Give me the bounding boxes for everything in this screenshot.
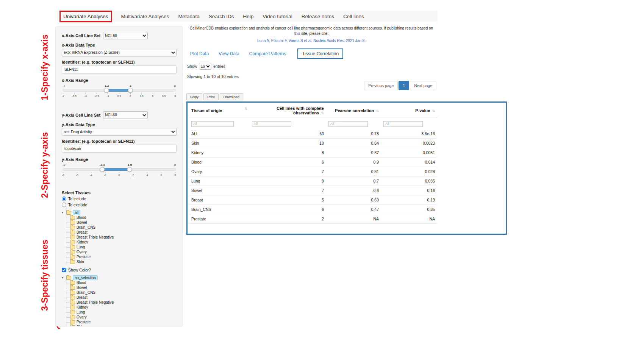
tree-node-tissue[interactable]: Ovary (66, 250, 177, 254)
y-range-handle-low[interactable] (100, 167, 105, 172)
cell-tissue: Ovary (189, 167, 250, 176)
tree-node-all[interactable]: ▾ all (62, 210, 177, 215)
x-cell-line-set-select[interactable]: NCI-60 (103, 32, 148, 39)
tree-node-tissue[interactable]: Breast Triple Negative (66, 300, 177, 305)
previous-page-button[interactable]: Previous page (364, 81, 398, 90)
table-row[interactable]: Ovary 7 0.81 0.028 (189, 167, 437, 176)
x-range-track[interactable] (63, 89, 176, 92)
tab-plot-data[interactable]: Plot Data (190, 51, 209, 56)
tree-node-tissue[interactable]: Bowel (66, 285, 177, 290)
table-row[interactable]: Bowel 7 -0.6 0.16 (189, 186, 437, 195)
show-color-option[interactable]: Show Color? (62, 268, 177, 272)
cell-pearson: 0.78 (326, 129, 381, 139)
collapse-icon[interactable]: ▾ (62, 276, 65, 279)
nav-tab-video-tutorial[interactable]: Video tutorial (263, 14, 292, 19)
x-data-type-select[interactable]: exp: mRNA Expression (Z-Score) (62, 49, 177, 56)
y-range-handle-high[interactable] (127, 167, 132, 172)
table-row[interactable]: Brain_CNS 6 0.47 0.35 (189, 204, 437, 214)
exclude-radio[interactable] (62, 203, 66, 207)
column-header-pearson[interactable]: Pearson correlation⇅ (326, 103, 381, 118)
y-range-track[interactable] (63, 168, 176, 171)
table-row[interactable]: Lung 9 0.7 0.035 (189, 176, 437, 186)
tissue-include-tree: ▾ all Blood Bowel Brain_CNS Breast (62, 210, 177, 264)
folder-icon (66, 276, 71, 280)
filter-observations-input[interactable] (252, 121, 291, 127)
download-button[interactable]: Download (220, 93, 243, 100)
cell-pearson: 0.81 (326, 167, 381, 176)
x-range-handle-high[interactable] (128, 88, 133, 93)
tree-item-label: Blood (77, 215, 86, 220)
folder-icon (70, 301, 75, 304)
tree-node-tissue[interactable]: Lung (66, 310, 177, 315)
cell-pearson: 0.9 (326, 157, 381, 167)
tree-node-tissue[interactable]: Breast (66, 230, 177, 235)
table-row[interactable]: Skin 10 0.84 0.0023 (189, 138, 437, 148)
nav-tab-release-notes[interactable]: Release notes (302, 14, 334, 19)
citation-line: Luna A, Elloumi F, Varma S et al. Nuclei… (186, 37, 436, 44)
tree-node-tissue[interactable]: Kidney (66, 240, 177, 245)
include-radio[interactable] (62, 197, 66, 201)
table-row[interactable]: Blood 6 0.9 0.014 (189, 157, 437, 167)
nav-tab-search-ids[interactable]: Search IDs (209, 14, 234, 19)
copy-button[interactable]: Copy (186, 93, 202, 100)
cell-tissue: ALL (189, 129, 250, 139)
print-button[interactable]: Print (203, 93, 219, 100)
tree-node-tissue[interactable]: Blood (66, 215, 177, 220)
table-header-row: Tissue of origin⇅ Cell lines with comple… (189, 103, 437, 118)
table-row[interactable]: Prostate 2 NA NA (189, 214, 437, 223)
x-range-handle-low[interactable] (104, 88, 109, 93)
next-page-button[interactable]: Next page (410, 81, 436, 90)
tree-item-label: Brain_CNS (77, 290, 95, 295)
y-cell-line-set-select[interactable]: NCI-60 (103, 111, 148, 119)
tick-mark: 6 (161, 172, 161, 176)
tree-node-tissue[interactable]: Skin (66, 259, 177, 264)
table-row[interactable]: Breast 5 0.69 0.19 (189, 195, 437, 204)
column-header-pvalue[interactable]: P-value⇅ (381, 103, 437, 118)
nav-tab-cell-lines[interactable]: Cell lines (343, 14, 364, 19)
filter-pearson-input[interactable] (328, 121, 368, 127)
cell-pearson: NA (326, 214, 381, 223)
tree-node-tissue[interactable]: Brain_CNS (66, 290, 177, 295)
column-header-label: Tissue of origin (191, 108, 222, 113)
tab-view-data[interactable]: View Data (219, 51, 239, 56)
show-color-checkbox[interactable] (62, 268, 66, 272)
tree-item-label: Prostate (77, 255, 91, 259)
tree-node-tissue[interactable]: Ovary (66, 315, 177, 320)
tree-node-tissue[interactable]: Skin (66, 325, 177, 326)
pagination: Previous page 1 Next page (186, 81, 436, 90)
table-row[interactable]: ALL 60 0.78 3.6e-13 (189, 129, 437, 139)
cell-tissue: Bowel (189, 186, 250, 195)
tree-node-tissue[interactable]: Breast Triple Negative (66, 235, 177, 240)
tissues-include-option[interactable]: To include (62, 197, 177, 201)
tree-node-tissue[interactable]: Lung (66, 245, 177, 250)
y-data-type-select[interactable]: act: Drug Activity (62, 128, 177, 136)
filter-pvalue-input[interactable] (383, 121, 423, 127)
tab-tissue-correlation[interactable]: Tissue Correlation (297, 48, 343, 59)
table-row[interactable]: Kidney 8 0.87 0.0051 (189, 148, 437, 157)
citation-link[interactable]: Luna A, Elloumi F, Varma S et al. Nuclei… (257, 39, 366, 43)
tree-node-tissue[interactable]: Blood (66, 280, 177, 285)
nav-tab-univariate-analyses[interactable]: Univariate Analyses (59, 11, 112, 22)
tree-node-tissue[interactable]: Breast (66, 295, 177, 300)
y-identifier-input[interactable] (62, 145, 177, 153)
column-header-tissue[interactable]: Tissue of origin⇅ (189, 103, 250, 118)
tree-node-tissue[interactable]: Brain_CNS (66, 225, 177, 230)
y-range-low-value: -2.4 (100, 163, 105, 167)
page-1-button[interactable]: 1 (399, 81, 409, 90)
filter-tissue-input[interactable] (191, 121, 234, 127)
nav-tab-metadata[interactable]: Metadata (178, 14, 199, 19)
collapse-icon[interactable]: ▾ (62, 211, 65, 214)
cell-pvalue: 0.035 (381, 176, 437, 186)
tree-node-tissue[interactable]: Prostate (66, 254, 177, 259)
nav-tab-multivariate-analyses[interactable]: Multivariate Analyses (121, 14, 169, 19)
tree-node-tissue[interactable]: Prostate (66, 320, 177, 325)
entries-select[interactable]: 10 (199, 63, 211, 70)
tab-compare-patterns[interactable]: Compare Patterns (249, 51, 286, 56)
column-header-observations[interactable]: Cell lines with complete observations⇅ (250, 103, 326, 118)
tree-node-tissue[interactable]: Kidney (66, 305, 177, 310)
tissues-exclude-option[interactable]: To exclude (62, 203, 177, 207)
tree-node-no-selection[interactable]: ▾ no_selection (62, 275, 177, 280)
nav-tab-help[interactable]: Help (243, 14, 253, 19)
tree-node-tissue[interactable]: Bowel (66, 220, 177, 225)
x-identifier-input[interactable] (62, 66, 177, 73)
